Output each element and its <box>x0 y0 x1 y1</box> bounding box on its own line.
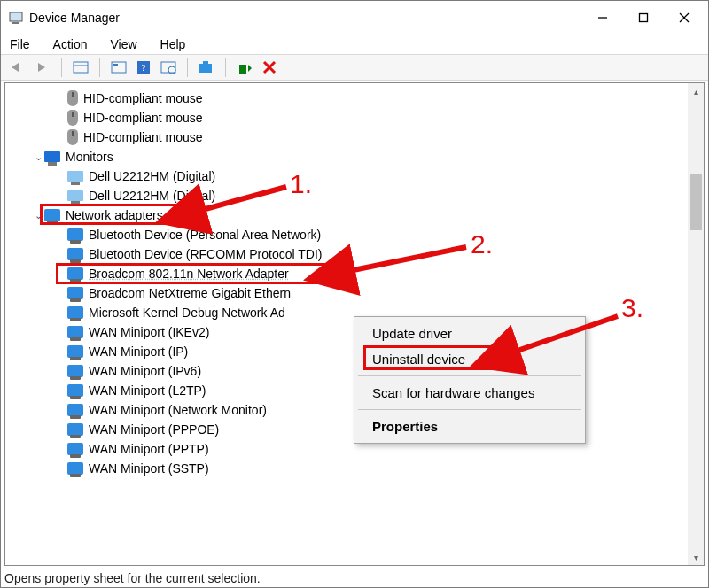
tree-item-hid-mouse[interactable]: HID-compliant mouse <box>11 108 704 128</box>
annotation-number-3: 3. <box>621 293 643 323</box>
tree-item-network-adapter[interactable]: WAN Miniport (SSTP) <box>11 459 704 478</box>
mouse-icon <box>67 110 78 126</box>
nav-back-button[interactable] <box>6 57 29 78</box>
tree-item-network-adapter[interactable]: Bluetooth Device (RFCOMM Protocol TDI) <box>11 244 704 264</box>
uninstall-device-button[interactable] <box>258 57 281 78</box>
menu-separator <box>358 409 581 410</box>
annotation-number-2: 2. <box>471 229 493 259</box>
maximize-button[interactable] <box>623 2 664 34</box>
svg-rect-10 <box>112 62 126 73</box>
tree-item-monitor[interactable]: Dell U2212HM (Digital) <box>11 186 704 205</box>
network-adapter-icon <box>67 228 83 241</box>
scan-button[interactable] <box>157 57 180 78</box>
ctx-properties[interactable]: Properties <box>356 414 583 439</box>
minimize-button[interactable] <box>582 2 623 34</box>
svg-rect-8 <box>74 62 88 73</box>
annotation-box-1 <box>40 204 183 225</box>
properties-button[interactable] <box>107 57 130 78</box>
scroll-down-icon[interactable]: ▾ <box>688 549 704 565</box>
monitor-icon <box>67 171 83 182</box>
annotation-box-3 <box>363 345 495 370</box>
tree-category-monitors[interactable]: ⌄Monitors <box>11 147 704 166</box>
scrollbar-thumb[interactable] <box>690 174 702 230</box>
titlebar: Device Manager <box>1 1 708 35</box>
network-adapter-icon <box>67 365 83 377</box>
svg-rect-17 <box>203 61 208 65</box>
svg-marker-6 <box>12 63 19 72</box>
ctx-scan-hardware[interactable]: Scan for hardware changes <box>356 380 583 406</box>
network-adapter-icon <box>67 443 83 455</box>
help-button[interactable]: ? <box>132 57 155 78</box>
enable-device-button[interactable] <box>233 57 256 78</box>
svg-rect-11 <box>113 64 118 66</box>
app-icon <box>8 10 24 26</box>
svg-rect-18 <box>239 65 246 74</box>
menu-separator <box>358 375 581 376</box>
statusbar: Opens property sheet for the current sel… <box>1 568 708 588</box>
tree-item-network-adapter[interactable]: Broadcom NetXtreme Gigabit Ethern <box>11 283 704 303</box>
svg-rect-3 <box>640 14 648 22</box>
ctx-update-driver[interactable]: Update driver <box>356 321 583 346</box>
network-adapter-icon <box>67 384 83 397</box>
tree-item-hid-mouse[interactable]: HID-compliant mouse <box>11 128 704 147</box>
network-adapter-icon <box>67 404 83 416</box>
menu-view[interactable]: View <box>106 35 140 53</box>
close-button[interactable] <box>664 2 705 34</box>
network-adapter-icon <box>67 306 83 319</box>
network-adapter-icon <box>67 287 83 299</box>
tree-item-monitor[interactable]: Dell U2212HM (Digital) <box>11 166 704 186</box>
svg-rect-16 <box>199 64 212 73</box>
svg-marker-19 <box>248 65 252 72</box>
update-driver-button[interactable] <box>195 57 218 78</box>
toolbar: ? <box>1 54 708 81</box>
menu-action[interactable]: Action <box>50 35 91 53</box>
svg-text:?: ? <box>142 62 146 73</box>
mouse-icon <box>67 129 78 145</box>
network-adapter-icon <box>67 423 83 436</box>
monitor-icon <box>67 190 83 201</box>
network-adapter-icon <box>67 248 83 260</box>
status-text: Opens property sheet for the current sel… <box>4 571 261 585</box>
menubar: File Action View Help <box>1 35 708 54</box>
context-menu: Update driver Uninstall device Scan for … <box>354 316 586 444</box>
annotation-box-2 <box>56 263 331 284</box>
tree-item-network-adapter[interactable]: Bluetooth Device (Personal Area Network) <box>11 225 704 244</box>
vertical-scrollbar[interactable]: ▴ ▾ <box>688 83 704 565</box>
annotation-number-1: 1. <box>290 169 312 199</box>
network-adapter-icon <box>67 326 83 338</box>
scroll-up-icon[interactable]: ▴ <box>688 83 704 99</box>
svg-marker-7 <box>38 63 45 72</box>
network-adapter-icon <box>67 462 83 475</box>
monitor-icon <box>44 151 60 162</box>
menu-help[interactable]: Help <box>157 35 190 53</box>
window-title: Device Manager <box>29 11 120 25</box>
svg-rect-1 <box>12 22 19 24</box>
nav-forward-button[interactable] <box>31 57 54 78</box>
network-adapter-icon <box>67 345 83 358</box>
show-hidden-button[interactable] <box>69 57 92 78</box>
chevron-down-icon[interactable]: ⌄ <box>32 147 44 166</box>
mouse-icon <box>67 90 78 106</box>
svg-rect-0 <box>10 12 22 21</box>
tree-item-hid-mouse[interactable]: HID-compliant mouse <box>11 89 704 108</box>
menu-file[interactable]: File <box>6 35 34 53</box>
